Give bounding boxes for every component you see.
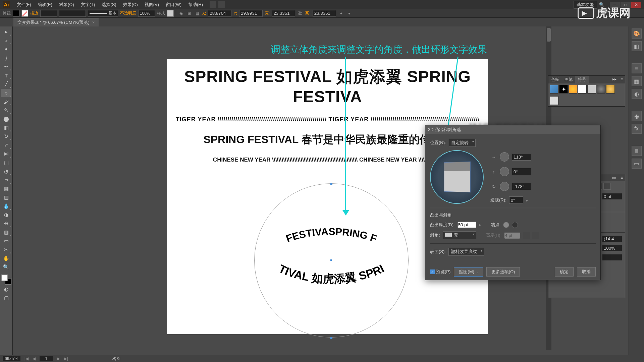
close-button[interactable]: ✕	[631, 2, 641, 8]
panel-collapse-icon[interactable]: ▸▸	[610, 174, 619, 181]
selection-tool[interactable]: ▸	[1, 28, 11, 36]
swatch-3[interactable]	[569, 85, 577, 94]
rotate-z-input[interactable]	[512, 183, 531, 190]
panel-options-icon[interactable]: ≡	[619, 76, 625, 83]
tab-swatches[interactable]: 色板	[548, 76, 562, 83]
stroke-weight-combo[interactable]	[40, 10, 57, 17]
menu-window[interactable]: 窗口(W)	[162, 2, 185, 8]
tab-symbols[interactable]: 符号	[575, 76, 589, 83]
h-input[interactable]	[313, 10, 336, 17]
color-picker[interactable]	[1, 275, 11, 285]
w-input[interactable]	[272, 10, 295, 17]
line-tool[interactable]: ╱	[1, 80, 11, 88]
pen-tool[interactable]: ✒	[1, 63, 11, 71]
ok-button[interactable]: 确定	[555, 267, 574, 277]
fill-swatch[interactable]	[13, 10, 19, 17]
y-input[interactable]	[239, 10, 263, 17]
prev-artboard-icon[interactable]: ◀	[33, 356, 36, 361]
eyedropper-tool[interactable]: 💧	[1, 202, 11, 210]
free-transform-tool[interactable]: ⬚	[1, 159, 11, 167]
transparency-panel-icon[interactable]: ◐	[632, 89, 642, 99]
gradient-panel-icon[interactable]: ▦	[632, 76, 642, 86]
rotate-tool[interactable]: ↻	[1, 132, 11, 140]
swatch-4[interactable]	[578, 85, 587, 94]
tracking-input[interactable]	[602, 254, 622, 261]
opacity-combo[interactable]: 100%	[138, 10, 155, 17]
graph-tool[interactable]: ▥	[1, 228, 11, 236]
shape-builder-tool[interactable]: ◔	[1, 167, 11, 175]
more-options-button[interactable]: 更多选项(O)	[486, 267, 520, 277]
magic-wand-tool[interactable]: ✦	[1, 45, 11, 53]
depth-input[interactable]	[458, 222, 476, 228]
artboard-number[interactable]: 1	[40, 356, 53, 361]
grid-icon[interactable]: ▦	[194, 10, 200, 16]
document-tab[interactable]: 文变效果.ai* @ 66.67% (CMYK/预览) ×	[13, 18, 99, 26]
hand-tool[interactable]: ✋	[1, 254, 11, 262]
dialog-titlebar[interactable]: 3D 凸出和斜角选	[425, 125, 600, 134]
layout-icon-2[interactable]	[218, 1, 225, 8]
rotate-y-dial[interactable]	[500, 167, 509, 176]
stroke-panel-icon[interactable]: ≡	[632, 63, 642, 73]
first-artboard-icon[interactable]: |◀	[24, 356, 29, 361]
map-art-button[interactable]: 贴图(M)...	[454, 267, 483, 277]
next-artboard-icon[interactable]: ▶	[57, 356, 60, 361]
pencil-tool[interactable]: ✎	[1, 106, 11, 114]
swatch-1[interactable]	[550, 85, 558, 94]
swatch-5[interactable]	[587, 85, 596, 94]
align-icon[interactable]: ◉	[178, 10, 184, 16]
menu-help[interactable]: 帮助(H)	[185, 2, 206, 8]
artboards-panel-icon[interactable]: ▭	[632, 159, 642, 169]
shape-icon[interactable]: ✦	[338, 10, 344, 16]
tab-close-icon[interactable]: ×	[92, 20, 95, 25]
blend-tool[interactable]: ◑	[1, 211, 11, 219]
slice-tool[interactable]: ✂	[1, 246, 11, 254]
preview-checkbox[interactable]: ✓ 预览(P)	[430, 269, 450, 275]
type-tool[interactable]: T	[1, 71, 11, 79]
symbol-sprayer-tool[interactable]: ❋	[1, 220, 11, 228]
tab-brushes[interactable]: 画笔	[562, 76, 575, 83]
stroke-profile-combo[interactable]	[59, 10, 86, 17]
graphic-styles-icon[interactable]: fx	[632, 124, 642, 134]
rotate-x-input[interactable]	[512, 153, 531, 161]
ellipse-tool[interactable]: ○	[1, 89, 11, 97]
menu-effect[interactable]: 效果(C)	[120, 2, 141, 8]
more-icon[interactable]: ▾	[346, 10, 352, 16]
stroke-link[interactable]: 描边	[30, 10, 38, 16]
perspective-stepper-icon[interactable]: ▸	[526, 198, 528, 203]
lasso-tool[interactable]: ⟆	[1, 54, 11, 62]
depth-stepper-icon[interactable]: ▸	[479, 222, 481, 227]
gradient-tool[interactable]: ▨	[1, 193, 11, 201]
hscale-input[interactable]	[602, 245, 622, 251]
swatch-7[interactable]	[606, 85, 615, 94]
cancel-button[interactable]: 取消	[577, 267, 596, 277]
zoom-level[interactable]: 66.67%	[3, 356, 20, 361]
link-wh-icon[interactable]: ⛓	[297, 10, 303, 16]
color-guide-icon[interactable]: ◧	[632, 41, 642, 51]
cap-on-radio[interactable]	[503, 222, 509, 228]
menu-object[interactable]: 对象(O)	[56, 2, 77, 8]
justify-all-icon[interactable]	[603, 183, 611, 190]
indent-right-input[interactable]	[602, 193, 622, 200]
paintbrush-tool[interactable]: 🖌	[1, 98, 11, 106]
menu-file[interactable]: 文件(F)	[13, 2, 35, 8]
color-panel-icon[interactable]: 🎨	[632, 28, 642, 39]
cube-track-preview[interactable]	[430, 150, 484, 204]
mesh-tool[interactable]: ▦	[1, 185, 11, 193]
brush-combo[interactable]: 基本	[88, 10, 118, 17]
scale-tool[interactable]: ⤢	[1, 141, 11, 149]
leading-input[interactable]	[602, 235, 622, 242]
appearance-panel-icon[interactable]: ◉	[632, 111, 642, 121]
x-input[interactable]	[208, 10, 231, 17]
draw-mode-icon[interactable]: ◐	[1, 285, 11, 293]
menu-view[interactable]: 视图(V)	[141, 2, 162, 8]
direct-selection-tool[interactable]: ▹	[1, 37, 11, 45]
menu-edit[interactable]: 编辑(E)	[35, 2, 56, 8]
swatch-6[interactable]	[597, 85, 605, 94]
layout-icon[interactable]	[210, 1, 216, 8]
style-swatch[interactable]	[167, 10, 174, 17]
swatch-8[interactable]	[550, 96, 558, 105]
screen-mode-icon[interactable]: ▢	[1, 294, 11, 302]
artboard-tool[interactable]: ▭	[1, 237, 11, 245]
width-tool[interactable]: ⋈	[1, 150, 11, 158]
layers-panel-icon[interactable]: ≣	[632, 146, 642, 156]
